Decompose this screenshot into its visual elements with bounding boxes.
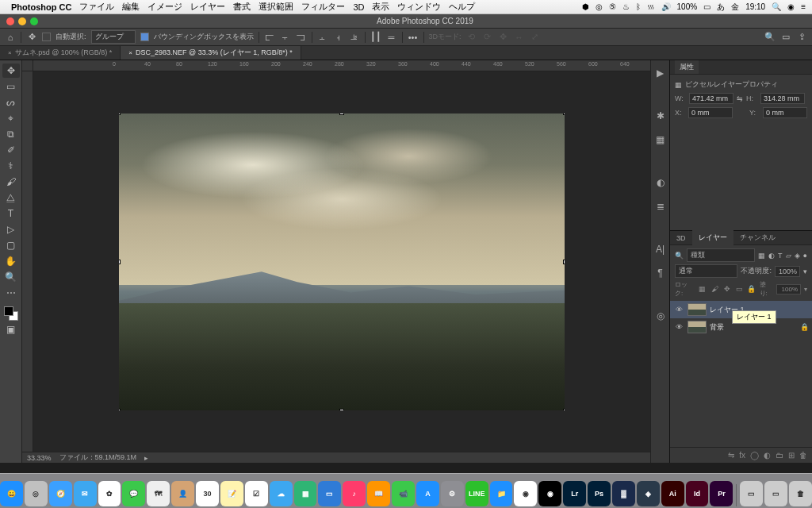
opacity-input[interactable]: 100% xyxy=(775,266,800,277)
color-picker-icon[interactable]: ✱ xyxy=(653,108,668,124)
blend-mode-dropdown[interactable]: 通常 xyxy=(675,264,737,278)
hand-tool[interactable]: ✋ xyxy=(2,254,20,268)
filter-smart-icon[interactable]: ◈ xyxy=(795,252,800,260)
zoom-window-button[interactable] xyxy=(30,17,38,25)
fill-dropdown-icon[interactable]: ▾ xyxy=(804,286,807,293)
eyedropper-tool[interactable]: ✐ xyxy=(2,143,20,157)
autoselect-dropdown[interactable]: グループ xyxy=(91,30,136,44)
visibility-icon[interactable]: 👁 xyxy=(673,323,684,331)
close-window-button[interactable] xyxy=(6,17,14,25)
dock-launchpad[interactable]: ◎ xyxy=(25,481,48,506)
libraries-panel-icon[interactable]: ◎ xyxy=(653,308,668,324)
minimize-window-button[interactable] xyxy=(18,17,26,25)
healing-tool[interactable]: ⚕ xyxy=(2,159,20,173)
dock-premiere[interactable]: Pr xyxy=(710,481,733,506)
more-icon[interactable]: ••• xyxy=(408,32,419,43)
path-tool[interactable]: ▷ xyxy=(2,222,20,237)
visibility-icon[interactable]: 👁 xyxy=(673,306,684,314)
dock-maps[interactable]: 🗺 xyxy=(147,481,170,506)
dock-calendar[interactable]: 30 xyxy=(196,481,219,506)
distribute-h-icon[interactable]: ┃┃ xyxy=(370,32,381,43)
lock-all-icon[interactable]: 🔒 xyxy=(747,284,756,294)
quick-select-tool[interactable]: ⌖ xyxy=(2,111,20,125)
dropbox-icon[interactable]: ⬢ xyxy=(582,2,589,11)
dock-photos[interactable]: ✿ xyxy=(98,481,121,506)
move-tool[interactable]: ✥ xyxy=(2,64,20,78)
opacity-dropdown-icon[interactable]: ▾ xyxy=(803,267,807,275)
bluetooth-icon[interactable]: ᛒ xyxy=(636,2,641,11)
search-icon[interactable]: 🔍 xyxy=(764,32,776,43)
status-icon[interactable]: ⑤ xyxy=(609,2,616,11)
fan-icon[interactable]: ♨ xyxy=(622,2,630,11)
app-name[interactable]: Photoshop CC xyxy=(11,2,71,12)
menu-filter[interactable]: フィルター xyxy=(301,1,345,13)
dock-reminders[interactable]: ☑ xyxy=(245,481,268,506)
layer-thumbnail[interactable] xyxy=(688,303,707,316)
lasso-tool[interactable]: ᔕ xyxy=(2,95,20,110)
marquee-tool[interactable]: ▭ xyxy=(2,79,20,94)
type-tool[interactable]: T xyxy=(2,206,20,221)
dock-contacts[interactable]: 👤 xyxy=(171,481,194,506)
dock-facetime[interactable]: 📹 xyxy=(392,481,415,506)
menu-file[interactable]: ファイル xyxy=(79,1,114,13)
lock-icon[interactable]: 🔒 xyxy=(800,323,809,331)
y-input[interactable] xyxy=(763,107,807,118)
ruler-vertical[interactable] xyxy=(22,71,33,463)
filter-kind-dropdown[interactable]: 種類 xyxy=(687,248,755,262)
dock-indesign[interactable]: Id xyxy=(686,481,709,506)
character-panel-icon[interactable]: A| xyxy=(653,241,668,257)
filter-adjust-icon[interactable]: ◐ xyxy=(768,252,775,260)
menu-view[interactable]: 表示 xyxy=(372,1,389,13)
adjustment-icon[interactable]: ◐ xyxy=(764,451,771,460)
channels-tab[interactable]: チャンネル xyxy=(733,230,782,245)
dock-siri[interactable]: ◉ xyxy=(538,481,561,506)
volume-icon[interactable]: 🔊 xyxy=(661,2,671,11)
filesize-readout[interactable]: ファイル：59.1M/59.1M xyxy=(59,452,137,463)
dock-doc1[interactable]: ▭ xyxy=(740,481,763,506)
doc-tab-1[interactable]: ×サムネ.psd @ 100% (RGB/8) * xyxy=(0,46,121,60)
menu-edit[interactable]: 編集 xyxy=(122,1,140,13)
dock-preferences[interactable]: ⚙ xyxy=(441,481,464,506)
stamp-tool[interactable]: ⧋ xyxy=(2,190,20,205)
dock-doc2[interactable]: ▭ xyxy=(764,481,787,506)
swatches-panel-icon[interactable]: ▦ xyxy=(653,132,668,148)
align-bottom-icon[interactable]: ⫡ xyxy=(349,32,360,43)
zoom-readout[interactable]: 33.33% xyxy=(27,454,52,462)
layer-thumbnail[interactable] xyxy=(688,321,707,333)
menu-select[interactable]: 選択範囲 xyxy=(259,1,293,13)
filter-type-icon[interactable]: T xyxy=(778,252,783,260)
color-swatches[interactable] xyxy=(4,306,18,321)
battery-pct[interactable]: 100% xyxy=(677,2,698,11)
menu-layer[interactable]: レイヤー xyxy=(190,1,225,13)
filter-pixel-icon[interactable]: ▦ xyxy=(758,252,765,260)
share-icon[interactable]: ⇪ xyxy=(796,32,807,43)
x-input[interactable] xyxy=(688,107,733,118)
menu-help[interactable]: ヘルプ xyxy=(449,1,475,13)
document-canvas[interactable] xyxy=(119,114,565,410)
menu-3d[interactable]: 3D xyxy=(353,2,364,12)
ime-indicator[interactable]: あ xyxy=(717,2,725,13)
fx-icon[interactable]: fx xyxy=(739,451,745,460)
dock-app1[interactable]: ▓ xyxy=(612,481,635,506)
align-center-v-icon[interactable]: ⫞ xyxy=(333,32,344,43)
dock-ibooks[interactable]: 📖 xyxy=(367,481,390,506)
adjustments-panel-icon[interactable]: ◐ xyxy=(653,175,668,190)
layer-name[interactable]: 背景 xyxy=(710,322,724,333)
paragraph-panel-icon[interactable]: ¶ xyxy=(653,265,668,281)
dock-trash[interactable]: 🗑 xyxy=(789,481,812,506)
fill-input[interactable]: 100% xyxy=(776,284,801,294)
dock-illustrator[interactable]: Ai xyxy=(661,481,684,506)
delete-layer-icon[interactable]: 🗑 xyxy=(799,451,807,460)
dock-messages[interactable]: 💬 xyxy=(122,481,145,506)
new-layer-icon[interactable]: ⊞ xyxy=(788,451,795,460)
shape-tool[interactable]: ▢ xyxy=(2,238,20,252)
align-top-icon[interactable]: ⫠ xyxy=(317,32,328,43)
align-right-icon[interactable]: ⫎ xyxy=(296,32,307,43)
dock-notes[interactable]: 📝 xyxy=(220,481,243,506)
styles-panel-icon[interactable]: ≣ xyxy=(653,198,668,214)
link-layers-icon[interactable]: ⇋ xyxy=(728,451,734,460)
group-icon[interactable]: 🗀 xyxy=(776,451,783,460)
ruler-horizontal[interactable]: 0408012016020024028032036040044048052056… xyxy=(33,60,650,71)
wifi-icon[interactable]: ᯾ xyxy=(647,2,655,11)
dock-finder2[interactable]: 📁 xyxy=(490,481,513,506)
